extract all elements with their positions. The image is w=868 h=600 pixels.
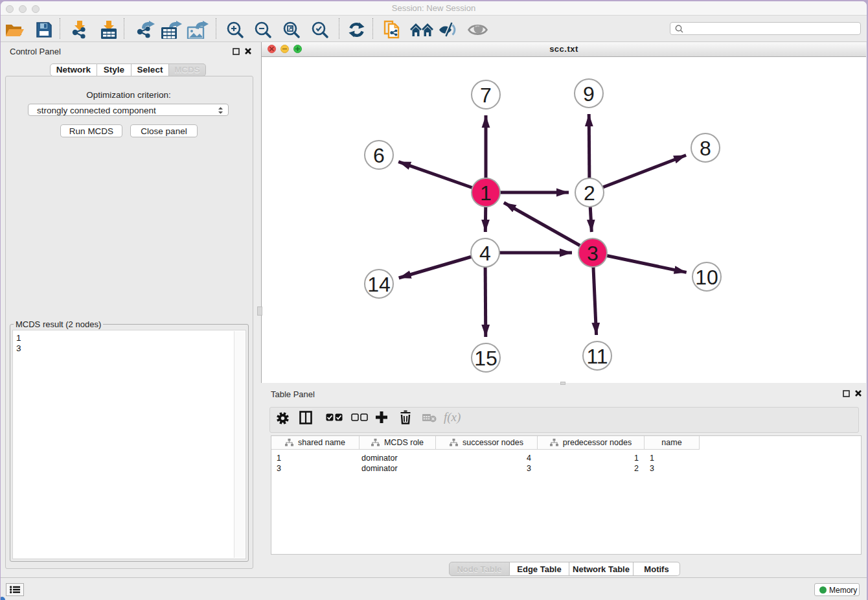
svg-text:11: 11 — [586, 345, 608, 368]
svg-text:15: 15 — [474, 347, 497, 370]
svg-text:1: 1 — [480, 181, 492, 205]
svg-text:14: 14 — [367, 273, 391, 296]
svg-text:2: 2 — [584, 181, 595, 205]
svg-text:9: 9 — [583, 82, 595, 106]
svg-text:6: 6 — [373, 144, 385, 167]
svg-text:7: 7 — [480, 84, 492, 107]
svg-text:3: 3 — [587, 242, 599, 265]
svg-text:8: 8 — [700, 137, 711, 160]
svg-text:10: 10 — [695, 266, 718, 289]
svg-text:4: 4 — [479, 242, 491, 265]
